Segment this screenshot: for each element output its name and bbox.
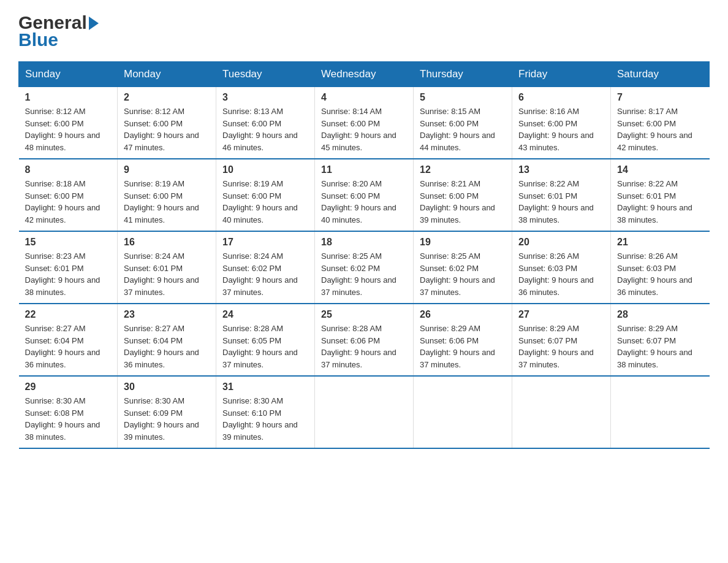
logo-arrow-icon [89, 17, 99, 30]
day-number: 23 [124, 309, 210, 320]
day-number: 20 [518, 237, 604, 248]
day-number: 17 [222, 237, 308, 248]
calendar-cell: 10 Sunrise: 8:19 AM Sunset: 6:00 PM Dayl… [216, 159, 315, 231]
logo-blue: Blue [18, 29, 58, 50]
calendar-cell: 2 Sunrise: 8:12 AM Sunset: 6:00 PM Dayli… [118, 87, 216, 159]
calendar-table: SundayMondayTuesdayWednesdayThursdayFrid… [18, 61, 710, 449]
day-of-week-header: Wednesday [315, 62, 414, 87]
day-number: 11 [321, 164, 407, 175]
day-info: Sunrise: 8:15 AM Sunset: 6:00 PM Dayligh… [420, 105, 506, 153]
day-info: Sunrise: 8:28 AM Sunset: 6:05 PM Dayligh… [222, 323, 308, 370]
calendar-week-row: 15 Sunrise: 8:23 AM Sunset: 6:01 PM Dayl… [19, 231, 710, 304]
day-info: Sunrise: 8:26 AM Sunset: 6:03 PM Dayligh… [518, 250, 604, 298]
day-info: Sunrise: 8:28 AM Sunset: 6:06 PM Dayligh… [321, 323, 407, 370]
day-info: Sunrise: 8:12 AM Sunset: 6:00 PM Dayligh… [124, 105, 210, 153]
day-number: 13 [518, 164, 604, 175]
calendar-week-row: 29 Sunrise: 8:30 AM Sunset: 6:08 PM Dayl… [19, 376, 710, 448]
day-number: 19 [420, 237, 506, 248]
day-info: Sunrise: 8:23 AM Sunset: 6:01 PM Dayligh… [25, 250, 112, 298]
day-info: Sunrise: 8:13 AM Sunset: 6:00 PM Dayligh… [222, 105, 308, 153]
calendar-cell: 5 Sunrise: 8:15 AM Sunset: 6:00 PM Dayli… [414, 87, 512, 159]
calendar-cell: 9 Sunrise: 8:19 AM Sunset: 6:00 PM Dayli… [118, 159, 216, 231]
calendar-cell: 7 Sunrise: 8:17 AM Sunset: 6:00 PM Dayli… [611, 87, 710, 159]
day-info: Sunrise: 8:18 AM Sunset: 6:00 PM Dayligh… [25, 178, 112, 226]
calendar-cell: 31 Sunrise: 8:30 AM Sunset: 6:10 PM Dayl… [216, 376, 315, 448]
day-number: 5 [420, 92, 506, 103]
calendar-cell: 25 Sunrise: 8:28 AM Sunset: 6:06 PM Dayl… [315, 304, 414, 376]
day-info: Sunrise: 8:22 AM Sunset: 6:01 PM Dayligh… [518, 178, 604, 226]
calendar-cell: 13 Sunrise: 8:22 AM Sunset: 6:01 PM Dayl… [512, 159, 611, 231]
day-info: Sunrise: 8:24 AM Sunset: 6:02 PM Dayligh… [222, 250, 308, 298]
calendar-cell: 1 Sunrise: 8:12 AM Sunset: 6:00 PM Dayli… [19, 87, 118, 159]
day-info: Sunrise: 8:25 AM Sunset: 6:02 PM Dayligh… [420, 250, 506, 298]
calendar-cell: 28 Sunrise: 8:29 AM Sunset: 6:07 PM Dayl… [611, 304, 710, 376]
day-info: Sunrise: 8:16 AM Sunset: 6:00 PM Dayligh… [518, 105, 604, 153]
calendar-cell: 26 Sunrise: 8:29 AM Sunset: 6:06 PM Dayl… [414, 304, 512, 376]
day-number: 6 [518, 92, 604, 103]
day-of-week-header: Friday [512, 62, 611, 87]
calendar-week-row: 22 Sunrise: 8:27 AM Sunset: 6:04 PM Dayl… [19, 304, 710, 376]
calendar-cell [315, 376, 414, 448]
day-of-week-header: Tuesday [216, 62, 315, 87]
day-info: Sunrise: 8:14 AM Sunset: 6:00 PM Dayligh… [321, 105, 407, 153]
calendar-cell [611, 376, 710, 448]
day-info: Sunrise: 8:17 AM Sunset: 6:00 PM Dayligh… [617, 105, 703, 153]
calendar-cell: 22 Sunrise: 8:27 AM Sunset: 6:04 PM Dayl… [19, 304, 118, 376]
calendar-cell: 29 Sunrise: 8:30 AM Sunset: 6:08 PM Dayl… [19, 376, 118, 448]
calendar-cell: 23 Sunrise: 8:27 AM Sunset: 6:04 PM Dayl… [118, 304, 216, 376]
day-info: Sunrise: 8:29 AM Sunset: 6:06 PM Dayligh… [420, 323, 506, 370]
calendar-cell: 3 Sunrise: 8:13 AM Sunset: 6:00 PM Dayli… [216, 87, 315, 159]
day-info: Sunrise: 8:12 AM Sunset: 6:00 PM Dayligh… [25, 105, 112, 153]
day-number: 26 [420, 309, 506, 320]
calendar-cell: 4 Sunrise: 8:14 AM Sunset: 6:00 PM Dayli… [315, 87, 414, 159]
calendar-cell: 6 Sunrise: 8:16 AM Sunset: 6:00 PM Dayli… [512, 87, 611, 159]
calendar-cell [512, 376, 611, 448]
day-number: 10 [222, 164, 308, 175]
day-info: Sunrise: 8:22 AM Sunset: 6:01 PM Dayligh… [617, 178, 703, 226]
calendar-week-row: 1 Sunrise: 8:12 AM Sunset: 6:00 PM Dayli… [19, 87, 710, 159]
day-number: 14 [617, 164, 703, 175]
day-info: Sunrise: 8:25 AM Sunset: 6:02 PM Dayligh… [321, 250, 407, 298]
day-number: 9 [124, 164, 210, 175]
day-info: Sunrise: 8:21 AM Sunset: 6:00 PM Dayligh… [420, 178, 506, 226]
day-info: Sunrise: 8:30 AM Sunset: 6:09 PM Dayligh… [124, 395, 210, 443]
day-info: Sunrise: 8:30 AM Sunset: 6:08 PM Dayligh… [25, 395, 112, 443]
calendar-cell: 20 Sunrise: 8:26 AM Sunset: 6:03 PM Dayl… [512, 231, 611, 304]
day-info: Sunrise: 8:30 AM Sunset: 6:10 PM Dayligh… [222, 395, 308, 443]
day-number: 2 [124, 92, 210, 103]
day-number: 30 [124, 381, 210, 393]
calendar-cell: 15 Sunrise: 8:23 AM Sunset: 6:01 PM Dayl… [19, 231, 118, 304]
calendar-cell [414, 376, 512, 448]
day-number: 24 [222, 309, 308, 320]
day-info: Sunrise: 8:27 AM Sunset: 6:04 PM Dayligh… [124, 323, 210, 370]
day-number: 25 [321, 309, 407, 320]
calendar-cell: 21 Sunrise: 8:26 AM Sunset: 6:03 PM Dayl… [611, 231, 710, 304]
calendar-cell: 11 Sunrise: 8:20 AM Sunset: 6:00 PM Dayl… [315, 159, 414, 231]
day-number: 22 [25, 309, 112, 320]
day-number: 1 [25, 92, 112, 103]
day-number: 3 [222, 92, 308, 103]
day-info: Sunrise: 8:19 AM Sunset: 6:00 PM Dayligh… [222, 178, 308, 226]
page-header: General Blue [18, 12, 710, 50]
day-number: 8 [25, 164, 112, 175]
day-number: 18 [321, 237, 407, 248]
calendar-cell: 8 Sunrise: 8:18 AM Sunset: 6:00 PM Dayli… [19, 159, 118, 231]
day-number: 31 [222, 381, 308, 393]
day-number: 29 [25, 381, 112, 393]
calendar-cell: 24 Sunrise: 8:28 AM Sunset: 6:05 PM Dayl… [216, 304, 315, 376]
calendar-cell: 18 Sunrise: 8:25 AM Sunset: 6:02 PM Dayl… [315, 231, 414, 304]
calendar-cell: 17 Sunrise: 8:24 AM Sunset: 6:02 PM Dayl… [216, 231, 315, 304]
calendar-cell: 14 Sunrise: 8:22 AM Sunset: 6:01 PM Dayl… [611, 159, 710, 231]
day-of-week-header: Sunday [19, 62, 118, 87]
logo: General Blue [18, 12, 99, 50]
day-info: Sunrise: 8:20 AM Sunset: 6:00 PM Dayligh… [321, 178, 407, 226]
calendar-cell: 30 Sunrise: 8:30 AM Sunset: 6:09 PM Dayl… [118, 376, 216, 448]
day-number: 16 [124, 237, 210, 248]
day-info: Sunrise: 8:27 AM Sunset: 6:04 PM Dayligh… [25, 323, 112, 370]
day-info: Sunrise: 8:29 AM Sunset: 6:07 PM Dayligh… [617, 323, 703, 370]
day-number: 15 [25, 237, 112, 248]
day-number: 7 [617, 92, 703, 103]
day-number: 28 [617, 309, 703, 320]
day-of-week-header: Saturday [611, 62, 710, 87]
calendar-cell: 16 Sunrise: 8:24 AM Sunset: 6:01 PM Dayl… [118, 231, 216, 304]
